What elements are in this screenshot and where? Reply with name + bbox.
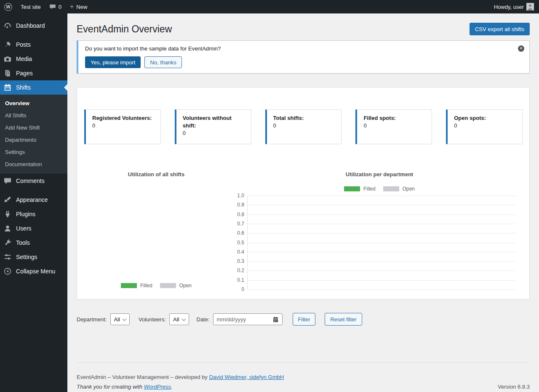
posts-icon bbox=[3, 40, 12, 49]
y-tick-label: 0.3 bbox=[237, 258, 244, 264]
pages-icon bbox=[3, 69, 12, 77]
sidebar-item-pages[interactable]: Pages bbox=[0, 66, 67, 80]
filter-button[interactable]: Filter bbox=[293, 313, 316, 326]
gridline bbox=[248, 261, 516, 262]
page-title: EventAdmin Overview bbox=[77, 24, 172, 35]
chevron-down-icon bbox=[181, 317, 186, 321]
sidebar-item-label: Pages bbox=[16, 70, 33, 77]
y-tick-label: 0.8 bbox=[237, 212, 244, 217]
gridline bbox=[248, 270, 516, 271]
y-axis-ticks: 1.00.90.80.70.60.50.40.30.20.10 bbox=[236, 196, 247, 289]
import-yes-button[interactable]: Yes, please import bbox=[85, 56, 141, 68]
department-select[interactable]: All bbox=[110, 313, 130, 325]
gridline bbox=[248, 252, 516, 252]
stat-label: Total shifts: bbox=[273, 114, 335, 122]
comments-shortcut[interactable]: 0 bbox=[45, 0, 66, 13]
new-content-menu[interactable]: + New bbox=[66, 0, 91, 13]
y-tick-label: 1.0 bbox=[237, 193, 244, 199]
date-label: Date: bbox=[197, 316, 210, 323]
wordpress-link[interactable]: WordPress bbox=[144, 384, 171, 390]
plugin-credit: EventAdmin – Volunteer Management – deve… bbox=[77, 374, 530, 380]
thanks-period: . bbox=[171, 384, 173, 390]
page-footer: EventAdmin – Volunteer Management – deve… bbox=[77, 363, 530, 390]
sidebar-item-comments[interactable]: Comments bbox=[0, 174, 67, 188]
date-field bbox=[213, 313, 283, 325]
sidebar-item-shifts[interactable]: Shifts bbox=[0, 80, 67, 95]
wordpress-logo-menu[interactable]: W bbox=[0, 0, 16, 13]
gridline bbox=[248, 243, 516, 243]
volunteers-select[interactable]: All bbox=[169, 313, 189, 325]
sidebar-item-label: Shifts bbox=[16, 84, 31, 91]
stats-row: Registered Volunteers:0Volunteers withou… bbox=[84, 109, 523, 144]
open-swatch-icon bbox=[383, 186, 399, 191]
sidebar-item-media[interactable]: Media bbox=[0, 52, 67, 66]
department-label: Department: bbox=[77, 316, 107, 323]
submenu-item-all-shifts[interactable]: All Shifts bbox=[0, 109, 67, 122]
main-content: EventAdmin Overview CSV export all shift… bbox=[67, 0, 539, 390]
tools-icon bbox=[3, 238, 12, 247]
site-name-link[interactable]: Test site bbox=[16, 0, 45, 13]
date-input[interactable] bbox=[217, 316, 270, 323]
sidebar-item-label: Tools bbox=[16, 239, 30, 246]
sidebar-item-label: Media bbox=[16, 56, 32, 62]
legend-item-open: Open bbox=[383, 186, 415, 192]
comments-count: 0 bbox=[59, 4, 61, 10]
wordpress-logo-icon: W bbox=[4, 3, 12, 11]
reset-filter-button[interactable]: Reset filter bbox=[325, 313, 362, 326]
gridline bbox=[248, 280, 516, 281]
legend-label: Filled bbox=[140, 283, 152, 289]
my-account-menu[interactable]: Howdy, user bbox=[494, 0, 534, 13]
y-tick-label: 0.6 bbox=[237, 230, 244, 236]
sidebar-item-users[interactable]: Users bbox=[0, 221, 67, 236]
y-tick-label: 0.9 bbox=[237, 202, 244, 208]
developer-link[interactable]: David Wiedmer, sidefyn GmbH bbox=[209, 374, 284, 380]
stat-label: Open spots: bbox=[454, 114, 516, 122]
submenu-item-documentation[interactable]: Documentation bbox=[0, 158, 67, 170]
settings-icon bbox=[3, 253, 12, 261]
chart-legend: Filled Open bbox=[236, 186, 523, 192]
department-selected-value: All bbox=[114, 316, 120, 323]
submenu-item-add-new-shift[interactable]: Add New Shift bbox=[0, 122, 67, 134]
utilization-all-shifts-chart: Utilization of all shifts Filled Open bbox=[84, 171, 228, 291]
y-tick-label: 0.4 bbox=[237, 249, 244, 255]
sidebar-item-label: Users bbox=[16, 225, 32, 232]
user-avatar bbox=[526, 3, 534, 11]
stat-box-filled-spots: Filled spots:0 bbox=[355, 109, 432, 144]
sidebar-item-collapse-menu[interactable]: Collapse Menu bbox=[0, 264, 67, 278]
calendar-icon[interactable] bbox=[272, 316, 279, 323]
sidebar-item-posts[interactable]: Posts bbox=[0, 37, 67, 52]
comments-icon bbox=[3, 177, 12, 185]
chart-title: Utilization of all shifts bbox=[84, 171, 228, 177]
sidebar-item-settings[interactable]: Settings bbox=[0, 250, 67, 264]
stat-value: 0 bbox=[92, 122, 154, 130]
collapse-icon bbox=[3, 267, 12, 275]
import-no-button[interactable]: No, thanks bbox=[144, 56, 181, 68]
legend-item-open: Open bbox=[160, 283, 192, 289]
legend-label: Open bbox=[179, 283, 192, 289]
gridline bbox=[248, 205, 516, 205]
submenu-item-overview[interactable]: Overview bbox=[0, 97, 67, 109]
sidebar-item-label: Appearance bbox=[16, 196, 48, 203]
shifts-submenu: OverviewAll ShiftsAdd New ShiftDepartmen… bbox=[0, 95, 67, 174]
sidebar-item-dashboard[interactable]: Dashboard bbox=[0, 19, 67, 33]
legend-item-filled: Filled bbox=[344, 186, 376, 192]
import-sample-data-notice: Do you want to import the sample data fo… bbox=[77, 40, 530, 74]
new-label: New bbox=[76, 4, 87, 10]
sidebar-item-tools[interactable]: Tools bbox=[0, 236, 67, 250]
y-tick-label: 0.2 bbox=[237, 268, 244, 273]
gridline bbox=[248, 224, 516, 224]
dashboard-icon bbox=[3, 21, 12, 30]
sidebar-item-label: Plugins bbox=[16, 211, 35, 217]
appearance-icon bbox=[3, 196, 12, 204]
volunteers-selected-value: All bbox=[173, 316, 179, 323]
sidebar-item-plugins[interactable]: Plugins bbox=[0, 207, 67, 221]
utilization-per-department-chart: Utilization per department Filled Open 1… bbox=[236, 171, 523, 291]
stat-value: 0 bbox=[363, 122, 425, 130]
csv-export-button[interactable]: CSV export all shifts bbox=[470, 23, 530, 35]
submenu-item-settings[interactable]: Settings bbox=[0, 146, 67, 158]
sidebar-item-appearance[interactable]: Appearance bbox=[0, 193, 67, 207]
gridline bbox=[248, 196, 516, 196]
submenu-item-departments[interactable]: Departments bbox=[0, 134, 67, 146]
dismiss-notice-icon[interactable]: ✕ bbox=[518, 45, 524, 52]
stat-label: Volunteers without shift: bbox=[183, 114, 245, 130]
